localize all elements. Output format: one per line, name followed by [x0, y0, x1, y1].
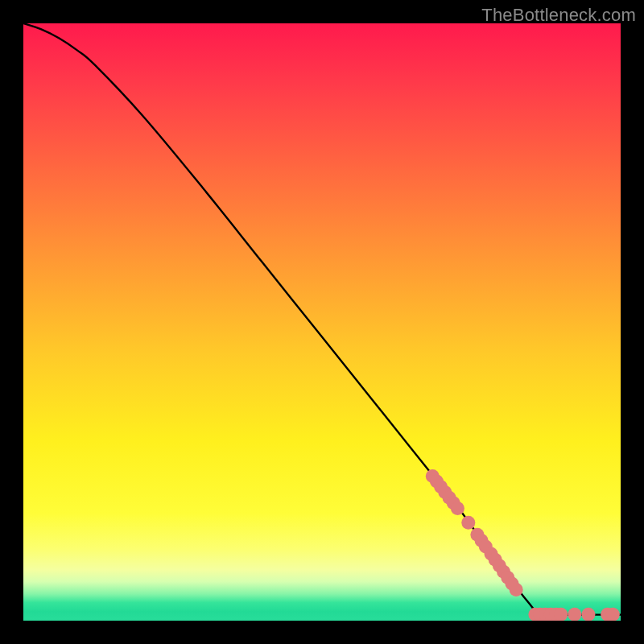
data-point: [510, 583, 523, 597]
data-point: [606, 608, 620, 621]
data-point: [568, 608, 581, 621]
watermark-label: TheBottleneck.com: [481, 5, 636, 26]
data-point: [451, 502, 464, 515]
plot-svg: [23, 23, 621, 621]
plot-area: [23, 23, 621, 621]
data-point: [461, 516, 475, 530]
curve-line: [23, 23, 621, 615]
curve-layer: [23, 23, 621, 615]
data-point: [554, 608, 568, 621]
data-point: [581, 608, 595, 621]
points-layer: [426, 469, 620, 621]
